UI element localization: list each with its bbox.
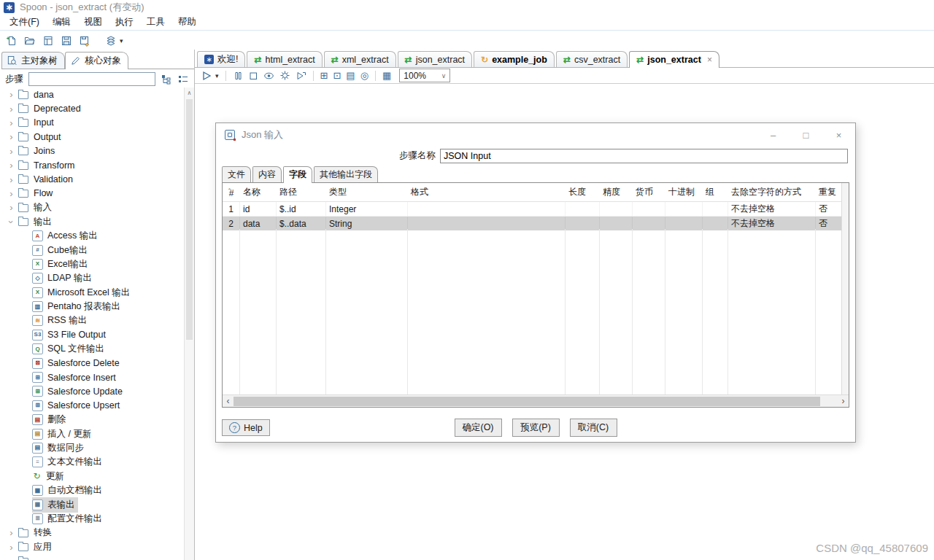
tree-scrollbar-thumb[interactable] (186, 99, 193, 340)
tree-item-step-salesforce-delete[interactable]: ⊠Salesforce Delete (0, 356, 185, 370)
tree-expander-icon[interactable]: › (7, 542, 16, 552)
cancel-button[interactable]: 取消(C) (570, 419, 617, 437)
replay-button[interactable] (296, 71, 306, 81)
menu-help[interactable]: 帮助 (171, 15, 203, 30)
list-view-icon[interactable] (177, 74, 189, 85)
table-cell[interactable] (600, 202, 633, 216)
table-cell[interactable] (408, 202, 566, 216)
column-header-9[interactable]: 组 (703, 186, 728, 201)
scroll-left-icon[interactable]: ‹ (223, 396, 234, 406)
table-row[interactable]: 1id$..idInteger不去掉空格否 (223, 202, 849, 217)
tree-expander-icon[interactable]: › (7, 104, 16, 114)
tree-item-folder-joins[interactable]: ›Joins (0, 144, 185, 158)
tree-item-step-pentaho-report-output[interactable]: ▥Pentaho 报表输出 (0, 300, 185, 314)
menu-view[interactable]: 视图 (77, 15, 109, 30)
explore-repository-button[interactable] (40, 33, 56, 49)
column-header-8[interactable]: 十进制 (665, 186, 703, 201)
tab-core-objects[interactable]: 核心对象 (65, 52, 128, 69)
tab-json-extract[interactable]: ⇄json_extract (398, 51, 472, 67)
table-cell[interactable] (703, 202, 728, 216)
tree-expander-icon[interactable]: › (7, 175, 16, 184)
tree-item-folder-output[interactable]: ›Output (0, 130, 185, 144)
tree-item-step-auto-doc-output[interactable]: ▦自动文档输出 (0, 483, 185, 497)
impact-icon[interactable]: ⊡ (333, 71, 341, 80)
sql-editor-icon[interactable]: ▤ (346, 71, 355, 80)
tree-item-step-delete[interactable]: ▤删除 (0, 413, 185, 427)
hscroll-thumb[interactable] (234, 397, 820, 406)
run-options-caret-icon[interactable]: ▾ (215, 72, 219, 79)
column-header-0[interactable]: #ˆ (223, 188, 240, 201)
zoom-select[interactable]: 100% ∨ (399, 69, 450, 82)
scroll-right-icon[interactable]: › (838, 396, 849, 406)
dialog-tab-content[interactable]: 内容 (252, 166, 282, 182)
tree-item-folder-clipped[interactable]: › (0, 554, 185, 560)
column-header-6[interactable]: 精度 (600, 186, 633, 201)
tree-item-step-s3-file-output[interactable]: S3S3 File Output (0, 328, 185, 342)
tree-item-step-excel-output[interactable]: XExcel输出 (0, 257, 185, 271)
tree-item-step-salesforce-update[interactable]: ⊞Salesforce Update (0, 384, 185, 398)
tree-item-step-ms-excel-output[interactable]: XMicrosoft Excel 输出 (0, 285, 185, 299)
tree-expander-icon[interactable]: › (7, 203, 16, 212)
step-name-input[interactable] (440, 149, 848, 163)
tree-expander-icon[interactable]: › (7, 556, 16, 560)
tree-expander-icon[interactable]: › (7, 528, 16, 537)
tab-csv-extract[interactable]: ⇄csv_extract (556, 51, 628, 67)
new-file-button[interactable] (4, 33, 20, 49)
tree-item-step-text-file-output[interactable]: ≡文本文件输出 (0, 455, 185, 469)
preview-dialog-button[interactable]: 预览(P) (512, 419, 560, 437)
tree-item-step-access-output[interactable]: AAccess 输出 (0, 229, 185, 243)
tree-item-folder-output-cn[interactable]: ›输出 (0, 215, 185, 229)
stop-button[interactable] (248, 71, 258, 81)
menu-edit[interactable]: 编辑 (46, 15, 77, 30)
tab-json-extract-active[interactable]: ⇄json_extract× (629, 51, 719, 68)
tree-item-folder-convert[interactable]: ›转换 (0, 526, 185, 540)
table-cell[interactable]: $..id (277, 202, 326, 216)
column-header-7[interactable]: 货币 (633, 186, 665, 201)
tree-expander-icon[interactable]: › (7, 160, 16, 170)
scroll-up-icon[interactable]: ∧ (185, 88, 194, 96)
tree-item-folder-transform[interactable]: ›Transform (0, 158, 185, 172)
tree-item-step-properties-output[interactable]: ≣配置文件输出 (0, 512, 185, 526)
column-header-10[interactable]: 去除空字符的方式 (728, 186, 816, 201)
tree-item-folder-flow[interactable]: ›Flow (0, 187, 185, 201)
table-cell[interactable]: 1 (223, 202, 240, 216)
table-cell[interactable]: id (240, 202, 277, 216)
tree-item-step-insert-update[interactable]: ▤插入 / 更新 (0, 427, 185, 440)
tree-item-step-data-sync[interactable]: ▤数据同步 (0, 441, 185, 455)
tree-expander-icon[interactable]: › (7, 90, 16, 99)
preview-button[interactable] (263, 71, 274, 81)
dialog-minimize-button[interactable]: – (757, 123, 790, 147)
tab-html-extract[interactable]: ⇄html_extract (247, 51, 322, 67)
debug-button[interactable] (279, 70, 290, 81)
dialog-maximize-button[interactable]: □ (790, 123, 822, 147)
menu-run[interactable]: 执行 (109, 15, 140, 30)
column-header-5[interactable]: 长度 (566, 186, 600, 201)
table-horizontal-scrollbar[interactable]: ‹ › (223, 394, 849, 407)
run-button[interactable] (201, 71, 212, 81)
dialog-tab-other-output-fields[interactable]: 其他输出字段 (314, 166, 378, 182)
tree-expander-icon[interactable]: › (7, 147, 16, 156)
tree-item-step-table-output[interactable]: ▦表输出 (0, 497, 185, 511)
close-tab-icon[interactable]: × (707, 55, 712, 65)
tree-item-step-salesforce-insert[interactable]: ⊞Salesforce Insert (0, 370, 185, 384)
tree-item-folder-input[interactable]: ›Input (0, 116, 185, 130)
dialog-tab-fields[interactable]: 字段 (283, 166, 312, 183)
perspective-caret-icon[interactable]: ▾ (120, 37, 123, 44)
verify-icon[interactable]: ⊞ (320, 71, 328, 80)
tab-xml-extract[interactable]: ⇄xml_extract (324, 51, 396, 67)
table-cell[interactable]: Integer (326, 202, 408, 216)
column-header-2[interactable]: 路径 (277, 186, 326, 201)
tree-item-step-update[interactable]: ↻更新 (0, 470, 185, 483)
perspective-button[interactable] (103, 33, 119, 49)
tree-item-step-salesforce-upsert[interactable]: ⊞Salesforce Upsert (0, 399, 185, 413)
ok-button[interactable]: 确定(O) (455, 419, 502, 437)
menu-file[interactable]: 文件(F) (3, 15, 46, 30)
tree-item-step-ldap-output[interactable]: ◇LDAP 输出 (0, 271, 185, 285)
save-button[interactable] (58, 33, 74, 49)
table-cell[interactable] (633, 202, 665, 216)
tree-expander-icon[interactable]: › (7, 189, 16, 198)
tree-expander-icon[interactable]: › (7, 217, 16, 227)
steps-search-input[interactable] (28, 72, 155, 86)
tree-item-folder-deprecated[interactable]: ›Deprecated (0, 101, 185, 115)
menu-tools[interactable]: 工具 (140, 15, 171, 30)
